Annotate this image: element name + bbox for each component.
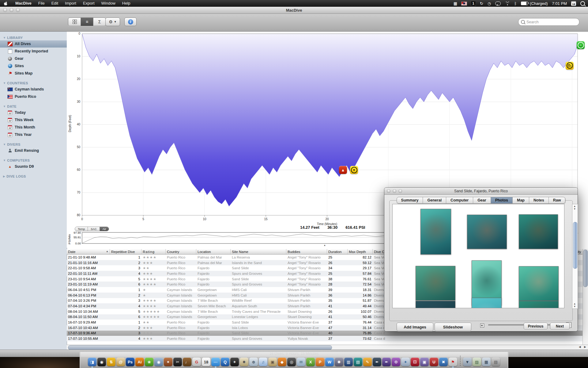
dock-x-tools[interactable]: ✖ <box>439 355 448 366</box>
menu-window[interactable]: Window <box>98 0 119 7</box>
minimize-button[interactable] <box>9 8 13 12</box>
dialog-close-button[interactable] <box>387 189 390 193</box>
add-images-button[interactable]: Add Images <box>397 323 433 331</box>
dock-finder[interactable]: ◨ <box>88 355 97 366</box>
dock-address-book[interactable]: @ <box>116 355 125 366</box>
input-language-flag-icon[interactable] <box>462 2 467 5</box>
sidebar-item-suunto-d9[interactable]: ▲Suunto D9 <box>0 163 67 170</box>
sidebar-item-sites-map[interactable]: ⚑Sites Map <box>0 70 67 77</box>
dialog-tab-computer[interactable]: Computer <box>446 197 473 203</box>
dock-collage[interactable]: ▣ <box>268 355 277 366</box>
view-mode-segmented-control[interactable]: ≡ Σ <box>68 17 106 26</box>
dialog-tab-notes[interactable]: Notes <box>529 197 549 203</box>
sidebar-section-computers[interactable]: ▼COMPUTERS <box>3 159 67 162</box>
wifi-icon[interactable] <box>505 2 510 5</box>
violation-marker[interactable]: ▼ <box>350 166 358 174</box>
dock-magnet[interactable]: U <box>430 355 439 366</box>
dock-music-record[interactable]: ◎ <box>287 355 296 366</box>
menu-edit[interactable]: Edit <box>48 0 62 7</box>
sidebar-item-this-month[interactable]: 12This Month <box>0 124 67 131</box>
dock-cards[interactable]: ▤ <box>354 355 363 366</box>
photo-bubbles[interactable] <box>472 298 502 308</box>
dialog-tab-summary[interactable]: Summary <box>397 197 423 203</box>
column-header-max-depth[interactable]: Max Depth <box>348 249 373 254</box>
action-gear-button[interactable]: ⚙▼ <box>105 17 120 26</box>
photo-reef-2[interactable] <box>467 215 507 249</box>
sidebar-section-date[interactable]: ▼DATE <box>3 105 67 108</box>
disclosure-triangle-icon[interactable]: ▼ <box>3 143 6 146</box>
window-title-bar[interactable]: MacDive <box>0 7 588 14</box>
dialog-tab-map[interactable]: Map <box>513 197 529 203</box>
dock-garageband[interactable]: ♩ <box>183 355 192 366</box>
column-header-country[interactable]: Country <box>166 249 196 254</box>
scroll-down-icon[interactable]: ▲▼ <box>573 302 577 308</box>
table-row[interactable]: 17-07-10 10:55 AM4★★★Puerto RicoFajardoS… <box>67 336 588 341</box>
dock-photoshop[interactable]: Ps <box>126 355 135 366</box>
dock-mail[interactable]: ✉ <box>297 355 306 366</box>
traffic-lights[interactable] <box>3 8 20 12</box>
photo-reef-7[interactable] <box>519 301 559 308</box>
battery-icon[interactable] <box>521 2 528 5</box>
dock-ichat[interactable]: ··· <box>211 355 220 366</box>
dock-coda[interactable]: ❀ <box>145 355 154 366</box>
dock-gear-card[interactable]: ⚙ <box>392 355 401 366</box>
dialog-tab-raw[interactable]: Raw <box>549 197 565 203</box>
sidebar-item-this-year[interactable]: 12This Year <box>0 131 67 138</box>
sidebar-section-dive-logs[interactable]: ▶DIVE LOGS <box>3 174 67 178</box>
dock-ical[interactable]: 18 <box>202 355 211 366</box>
spaces-grid-icon[interactable]: ▦ <box>454 1 457 6</box>
dock-directions-sign[interactable]: ⇅ <box>107 355 116 366</box>
dock-safari[interactable]: ✦ <box>401 355 410 366</box>
dock-macdive[interactable]: ⚑ <box>449 355 458 366</box>
dock-powerpoint[interactable]: P <box>316 355 325 366</box>
disclosure-triangle-icon[interactable]: ▶ <box>3 175 5 178</box>
spotlight-icon[interactable] <box>580 1 585 6</box>
sidebar-item-sites[interactable]: Sites <box>0 62 67 70</box>
photo-reef-4[interactable] <box>416 266 455 301</box>
splitter-collapse-handle[interactable]: ▴ <box>324 243 326 247</box>
dock-truck-app[interactable]: ▣ <box>420 355 429 366</box>
next-dive-button[interactable]: Next <box>550 323 570 330</box>
column-header-site-name[interactable]: Site Name <box>231 249 286 254</box>
dock-excel[interactable]: X <box>306 355 315 366</box>
dock-cinema-tools[interactable]: ✺ <box>335 355 344 366</box>
photo-reef-6[interactable] <box>416 301 455 308</box>
sidebar-section-library[interactable]: ▼LIBRARY <box>3 36 67 40</box>
photo-scrollbar[interactable]: ▲▼ ▲▼ <box>572 204 578 309</box>
surface-marker[interactable]: ~ <box>577 41 585 49</box>
scroll-up-icon[interactable]: ▲▼ <box>573 205 577 210</box>
dock-travel-kit[interactable]: ✦ <box>164 355 173 366</box>
photo-grid[interactable] <box>392 204 564 308</box>
dock-itunes[interactable]: ♫ <box>259 355 268 366</box>
search-input[interactable]: Search <box>518 18 579 26</box>
dialog-minimize-button[interactable] <box>393 189 396 193</box>
ascent-warning-marker[interactable]: ▲ <box>339 166 347 174</box>
sidebar-section-divers[interactable]: ▼DIVERS <box>3 143 67 146</box>
dock-word[interactable]: W <box>325 355 334 366</box>
table-horizontal-scrollbar[interactable]: ◀ ▶ <box>67 345 588 350</box>
dialog-tab-gear[interactable]: Gear <box>473 197 491 203</box>
menu-help[interactable]: Help <box>119 0 134 7</box>
dialog-tab-bar[interactable]: SummaryGeneralComputerGearPhotosMapNotes… <box>397 197 566 204</box>
photo-scroll-thumb[interactable] <box>573 222 577 269</box>
dock-downloads-stack[interactable]: ▼ <box>463 355 472 366</box>
stats-view-button[interactable]: Σ <box>93 18 106 26</box>
disclosure-triangle-icon[interactable]: ▼ <box>3 105 6 108</box>
column-header-repetitive-dive[interactable]: Repetitive Dive <box>110 249 141 254</box>
dock-illustrator[interactable]: Ai <box>135 355 144 366</box>
list-view-button[interactable]: ≡ <box>81 18 93 26</box>
column-header-location[interactable]: Location <box>196 249 231 254</box>
photo-reef-1[interactable] <box>420 209 451 255</box>
menu-file[interactable]: File <box>35 0 48 7</box>
calendar-menu-icon[interactable]: 18 <box>571 1 576 6</box>
dock-idvd[interactable]: ✶ <box>230 355 239 366</box>
table-vertical-scrollbar[interactable] <box>582 249 588 345</box>
photo-reef-3[interactable] <box>519 214 558 249</box>
menu-import[interactable]: Import <box>62 0 80 7</box>
dock-quicktime[interactable]: Q <box>221 355 230 366</box>
dock-maps-stack[interactable]: ▨ <box>473 355 481 366</box>
disclosure-triangle-icon[interactable]: ▼ <box>3 159 6 162</box>
dock-dice-game[interactable]: ⚃ <box>411 355 420 366</box>
sidebar-item-all-dives[interactable]: All Dives <box>0 40 67 48</box>
bluetooth-icon[interactable]: ᛒ <box>514 1 517 6</box>
